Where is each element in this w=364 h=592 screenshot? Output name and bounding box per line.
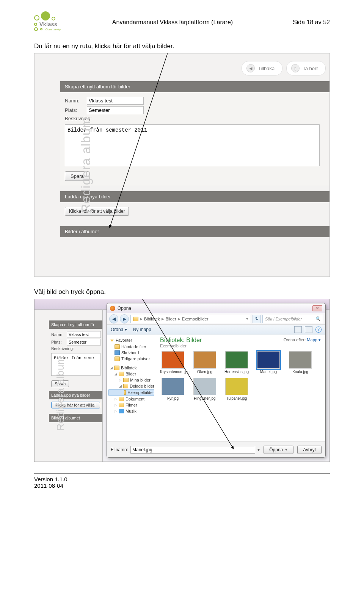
vertical-label: Redigera album (78, 117, 93, 213)
thumbnail[interactable]: Koala.jpg (287, 351, 313, 374)
library-subtitle: Exempelbilder (160, 344, 322, 348)
tree-shared: Delade bilder (130, 384, 154, 388)
logo: Vklass Community (34, 11, 61, 31)
filename-label: Filnamn: (111, 447, 128, 452)
thumbnail[interactable]: Manet.jpg (256, 351, 281, 374)
nav-forward-button[interactable]: ▶ (120, 314, 129, 323)
open-file-dialog: Öppna ✕ ◀ ▶ ▶Bibliotek ▶Bilder ▶Exempelb… (107, 303, 326, 458)
place-label: Plats: (65, 107, 85, 113)
folder-icon (123, 378, 129, 382)
star-icon: ★ (110, 338, 114, 343)
tree-sample: Exempelbilder (127, 390, 154, 395)
screenshot-2: Redigera album Skapa ett nytt album fö N… (34, 299, 330, 462)
folder-tree[interactable]: ★Favoriter Hämtade filer Skrivbord Tidig… (107, 334, 156, 441)
firefox-icon (110, 306, 115, 311)
tree-desktop: Skrivbord (121, 350, 139, 355)
open-button[interactable]: Öppna▼ (264, 446, 293, 454)
tree-music: Musik (126, 409, 136, 413)
sort-control[interactable]: Ordna efter: Mapp ▾ (284, 338, 321, 342)
music-icon (119, 409, 124, 413)
back-button-label: Tillbaka (258, 66, 275, 71)
folder-icon (115, 344, 120, 349)
name-input-2[interactable] (67, 331, 101, 338)
filename-input[interactable] (130, 446, 255, 454)
folder-icon (119, 403, 124, 407)
breadcrumb-2: Exempelbilder (182, 317, 209, 321)
page-footer: Version 1.1.0 2011-08-04 (34, 473, 330, 489)
footer-date: 2011-08-04 (34, 482, 330, 489)
name-label-2: Namn: (51, 332, 64, 337)
help-icon[interactable]: ? (315, 327, 322, 333)
section-header-create: Skapa ett nytt album för bilder (60, 81, 329, 92)
breadcrumb-1: Bilder (166, 317, 176, 321)
name-label: Namn: (65, 98, 85, 104)
trash-icon: ▯ (291, 64, 300, 72)
tree-downloads: Hämtade filer (121, 344, 146, 349)
desc-label-2: Beskrivning: (51, 346, 74, 351)
folder-icon (123, 384, 128, 388)
delete-button-label: Ta bort (303, 66, 318, 71)
breadcrumb-0: Bibliotek (144, 317, 160, 321)
place-label-2: Plats: (51, 340, 64, 344)
tree-pictures: Bilder (126, 372, 136, 376)
nav-back-button[interactable]: ◀ (109, 314, 118, 323)
thumbnail[interactable]: Fyr.jpg (160, 378, 186, 400)
close-button[interactable]: ✕ (312, 305, 322, 311)
folder-icon (119, 397, 124, 401)
thumbnail-grid: Krysantemum.jpgÖken.jpgHortensias.jpgMan… (160, 351, 322, 400)
tree-films: Filmer (126, 403, 137, 407)
section-header-inalbum: Bilder i albumet (60, 226, 329, 237)
folder-icon (124, 390, 126, 395)
screenshot-1: Redigera album ◀ Tillbaka ▯ Ta bort Skap… (34, 53, 330, 277)
dialog-title: Öppna (118, 306, 131, 311)
footer-version: Version 1.1.0 (34, 476, 330, 482)
page-header: Vklass Community Användarmanual Vklass l… (34, 11, 330, 31)
section-header-upload: Ladda upp nya bilder (60, 191, 329, 202)
thumbnail[interactable]: Krysantemum.jpg (160, 351, 186, 374)
tree-recent: Tidigare platser (121, 356, 150, 361)
name-input[interactable] (87, 97, 144, 105)
header-title: Användarmanual Vklass lärplattform (Lära… (61, 11, 284, 26)
new-folder-button[interactable]: Ny mapp (133, 327, 151, 332)
vertical-label-2: Redigera album (55, 356, 66, 431)
place-input[interactable] (87, 106, 144, 114)
desktop-icon (115, 350, 120, 355)
place-input-2[interactable] (67, 339, 101, 345)
paragraph-2: Välj bild och tryck öppna. (34, 288, 330, 296)
tree-libraries: Bibliotek (121, 366, 137, 370)
tree-docs: Dokument (126, 397, 144, 401)
arrow-left-icon: ◀ (246, 64, 255, 72)
search-icon: 🔍 (315, 316, 320, 321)
folder-icon (119, 372, 124, 376)
tree-favorites: Favoriter (116, 338, 132, 342)
thumbnail[interactable]: Öken.jpg (192, 351, 218, 374)
cancel-button[interactable]: Avbryt (297, 446, 322, 454)
thumbnail[interactable]: Pingviner.jpg (192, 378, 218, 400)
folder-icon (133, 317, 138, 321)
search-placeholder: Sök i Exempelbilder (265, 317, 302, 321)
back-button[interactable]: ◀ Tillbaka (242, 61, 282, 75)
breadcrumb[interactable]: ▶Bibliotek ▶Bilder ▶Exempelbilder ▾ (130, 315, 251, 323)
folder-icon (115, 356, 120, 361)
section-header-create-2: Skapa ett nytt album fö (49, 320, 102, 329)
view-mode-button[interactable] (294, 326, 302, 333)
preview-pane-button[interactable] (305, 326, 312, 333)
paragraph-1: Du får nu en ny ruta, klicka här för att… (34, 42, 330, 50)
refresh-button[interactable]: ↻ (253, 315, 261, 323)
search-input[interactable]: Sök i Exempelbilder 🔍 (262, 315, 323, 323)
pick-files-button[interactable]: Klicka här för att välja bilder (65, 207, 129, 216)
left-pane: Redigera album Skapa ett nytt album fö N… (35, 310, 103, 462)
tree-mypics: Mina bilder (130, 378, 151, 382)
desc-textarea[interactable]: Bilder från semester 2011 (65, 124, 320, 166)
delete-button[interactable]: ▯ Ta bort (286, 61, 326, 75)
thumbnail[interactable]: Tulpaner.jpg (224, 378, 249, 400)
page-number: Sida 18 av 52 (284, 11, 330, 26)
organize-menu[interactable]: Ordna ▾ (111, 327, 127, 332)
thumbnail[interactable]: Hortensias.jpg (224, 351, 249, 374)
libraries-icon (114, 366, 119, 370)
